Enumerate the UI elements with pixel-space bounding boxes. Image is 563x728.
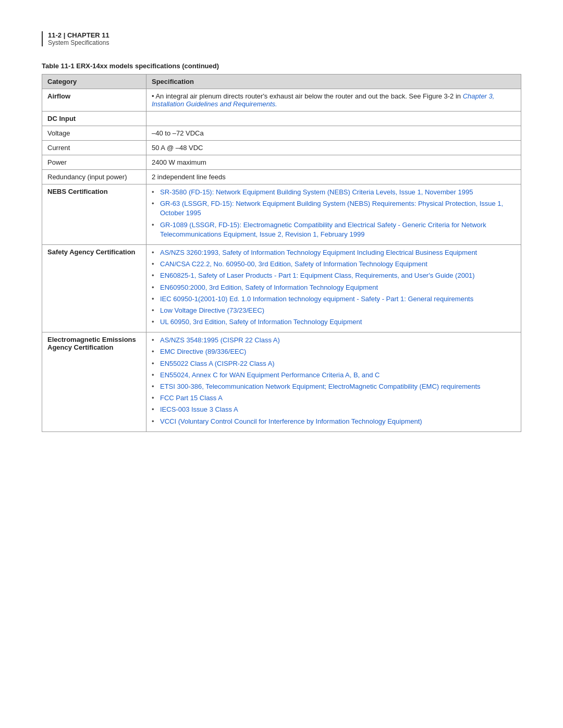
table-row: Safety Agency CertificationAS/NZS 3260:1… xyxy=(42,244,521,332)
list-item: AS/NZS 3548:1995 (CISPR 22 Class A) xyxy=(152,336,516,345)
col-header-specification: Specification xyxy=(146,75,521,89)
specification-cell xyxy=(146,112,521,126)
specification-cell: 2 independent line feeds xyxy=(146,170,521,184)
list-item: ETSI 300-386, Telecommunication Network … xyxy=(152,382,516,391)
table-row: Electromagnetic Emissions Agency Certifi… xyxy=(42,332,521,432)
category-cell: DC Input xyxy=(42,112,146,126)
list-item: EN60825-1, Safety of Laser Products - Pa… xyxy=(152,271,516,280)
list-item: CAN/CSA C22.2, No. 60950-00, 3rd Edition… xyxy=(152,260,516,269)
list-item: VCCI (Voluntary Control Council for Inte… xyxy=(152,417,516,426)
list-item: UL 60950, 3rd Edition, Safety of Informa… xyxy=(152,317,516,327)
category-cell: Current xyxy=(42,141,146,155)
table-row: Airflow• An integral air plenum directs … xyxy=(42,89,521,112)
specification-cell: 50 A @ –48 VDC xyxy=(146,141,521,155)
page-header: 11-2 | CHAPTER 11 System Specifications xyxy=(42,31,521,46)
specification-cell: AS/NZS 3548:1995 (CISPR 22 Class A)EMC D… xyxy=(146,332,521,432)
specification-cell: SR-3580 (FD-15): Network Equipment Build… xyxy=(146,184,521,245)
category-cell: NEBS Certification xyxy=(42,184,146,245)
list-item: FCC Part 15 Class A xyxy=(152,393,516,403)
list-item: IEC 60950-1(2001-10) Ed. 1.0 Information… xyxy=(152,294,516,304)
specification-cell: –40 to –72 VDCa xyxy=(146,126,521,141)
list-item: GR-63 (LSSGR, FD-15): Network Equipment … xyxy=(152,199,516,218)
category-cell: Voltage xyxy=(42,126,146,141)
list-item: IECS-003 Issue 3 Class A xyxy=(152,405,516,414)
table-row: DC Input xyxy=(42,112,521,126)
list-item: EN60950:2000, 3rd Edition, Safety of Inf… xyxy=(152,283,516,292)
table-row: Voltage–40 to –72 VDCa xyxy=(42,126,521,141)
page-header-line1: 11-2 | CHAPTER 11 xyxy=(48,31,521,39)
category-cell: Safety Agency Certification xyxy=(42,244,146,332)
table-row: Redundancy (input power)2 independent li… xyxy=(42,170,521,184)
list-item: Low Voltage Directive (73/23/EEC) xyxy=(152,306,516,315)
list-item: AS/NZS 3260:1993, Safety of Information … xyxy=(152,248,516,257)
list-item: GR-1089 (LSSGR, FD-15): Electromagnetic … xyxy=(152,220,516,239)
table-title: Table 11-1 ERX-14xx models specification… xyxy=(42,62,521,70)
table-row: Current50 A @ –48 VDC xyxy=(42,141,521,155)
specification-cell: 2400 W maximum xyxy=(146,155,521,170)
table-row: Power2400 W maximum xyxy=(42,155,521,170)
category-cell: Redundancy (input power) xyxy=(42,170,146,184)
category-cell: Electromagnetic Emissions Agency Certifi… xyxy=(42,332,146,432)
category-cell: Power xyxy=(42,155,146,170)
list-item: EN55024, Annex C for WAN Equipment Perfo… xyxy=(152,371,516,380)
chapter-link[interactable]: Chapter 3, Installation Guidelines and R… xyxy=(152,92,494,108)
category-cell: Airflow xyxy=(42,89,146,112)
col-header-category: Category xyxy=(42,75,146,89)
page-header-line2: System Specifications xyxy=(48,39,521,46)
specification-cell: • An integral air plenum directs router'… xyxy=(146,89,521,112)
table-row: NEBS CertificationSR-3580 (FD-15): Netwo… xyxy=(42,184,521,245)
specs-table: Category Specification Airflow• An integ… xyxy=(42,74,521,432)
list-item: SR-3580 (FD-15): Network Equipment Build… xyxy=(152,188,516,197)
list-item: EMC Directive (89/336/EEC) xyxy=(152,347,516,356)
list-item: EN55022 Class A (CISPR-22 Class A) xyxy=(152,359,516,368)
specification-cell: AS/NZS 3260:1993, Safety of Information … xyxy=(146,244,521,332)
